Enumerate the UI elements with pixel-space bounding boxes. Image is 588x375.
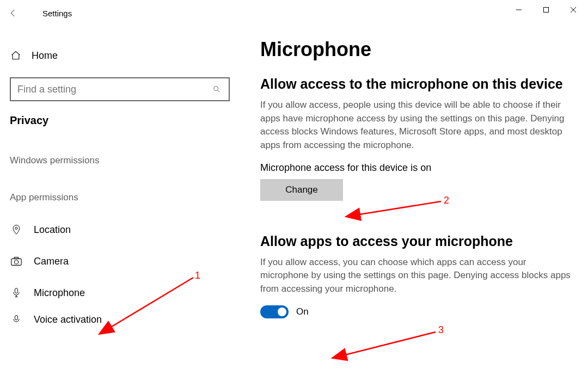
group-label-app-permissions: App permissions — [0, 169, 240, 206]
sidebar-item-location[interactable]: Location — [0, 214, 240, 245]
sidebar-item-label: Voice activation — [34, 314, 102, 325]
annotation-2: 2 — [444, 195, 449, 206]
section2-heading: Allow apps to access your microphone — [260, 233, 572, 249]
section2-description: If you allow access, you can choose whic… — [260, 256, 572, 296]
toggle-state-label: On — [296, 306, 309, 317]
search-input[interactable] — [17, 84, 211, 95]
sidebar-item-microphone[interactable]: Microphone — [0, 277, 240, 309]
home-nav[interactable]: Home — [0, 44, 240, 67]
home-label: Home — [32, 50, 58, 62]
search-box[interactable] — [10, 77, 230, 101]
content-area: Microphone Allow access to the microphon… — [240, 0, 588, 375]
svg-rect-9 — [15, 316, 18, 320]
sidebar-item-label: Camera — [34, 256, 69, 267]
mic-access-status: Microphone access for this device is on — [260, 162, 572, 174]
svg-rect-7 — [14, 257, 18, 259]
page-title: Microphone — [260, 38, 572, 61]
current-category: Privacy — [0, 101, 240, 132]
camera-icon — [10, 256, 23, 267]
svg-point-4 — [15, 227, 17, 229]
annotation-3: 3 — [438, 324, 444, 336]
svg-rect-8 — [15, 288, 18, 293]
section1-description: If you allow access, people using this d… — [260, 99, 572, 152]
search-icon — [211, 85, 222, 94]
voice-icon — [10, 314, 23, 325]
annotation-1: 1 — [195, 270, 200, 281]
apps-access-toggle[interactable] — [260, 305, 289, 318]
home-icon — [10, 50, 22, 61]
group-label-windows-permissions: Windows permissions — [0, 132, 240, 169]
sidebar-item-label: Microphone — [34, 287, 85, 299]
microphone-icon — [10, 287, 23, 299]
svg-line-3 — [218, 90, 219, 92]
sidebar: Home Privacy Windows permissions App per… — [0, 0, 240, 375]
section1-heading: Allow access to the microphone on this d… — [260, 76, 572, 92]
sidebar-item-voice-activation[interactable]: Voice activation — [0, 309, 240, 330]
change-button[interactable]: Change — [260, 179, 343, 201]
svg-point-6 — [14, 260, 18, 264]
svg-point-2 — [214, 87, 218, 91]
sidebar-item-camera[interactable]: Camera — [0, 245, 240, 277]
location-icon — [10, 224, 23, 235]
sidebar-item-label: Location — [34, 224, 71, 236]
